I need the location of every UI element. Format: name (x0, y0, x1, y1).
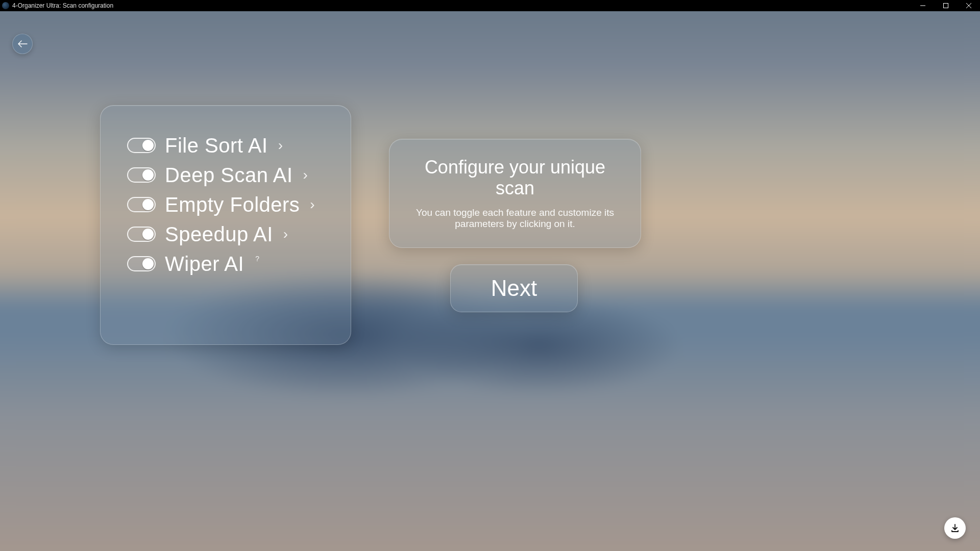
arrow-left-icon (17, 40, 28, 47)
download-icon (950, 523, 960, 533)
window-maximize-button[interactable] (934, 0, 957, 11)
feature-label: Speedup AI (165, 224, 273, 244)
feature-speedup-ai[interactable]: Speedup AI › (127, 224, 330, 244)
features-card: File Sort AI › Deep Scan AI › Empty Fold… (100, 105, 351, 345)
back-button[interactable] (12, 34, 33, 54)
svg-rect-0 (943, 4, 948, 8)
toggle-speedup-ai[interactable] (127, 227, 156, 242)
feature-label: Wiper AI (165, 254, 244, 274)
window-title: 4-Organizer Ultra: Scan configuration (12, 2, 113, 9)
chevron-right-icon: › (303, 167, 308, 183)
window-minimize-button[interactable] (911, 0, 934, 11)
chevron-right-icon: › (283, 226, 288, 242)
chevron-right-icon: › (310, 196, 314, 213)
window-close-button[interactable] (957, 0, 980, 11)
info-title: Configure your unique scan (412, 157, 618, 199)
info-card: Configure your unique scan You can toggl… (389, 139, 641, 248)
feature-wiper-ai[interactable]: Wiper AI ? (127, 254, 330, 274)
next-button[interactable]: Next (450, 264, 578, 312)
toggle-empty-folders[interactable] (127, 197, 156, 212)
toggle-wiper-ai[interactable] (127, 256, 156, 271)
window-titlebar: 4-Organizer Ultra: Scan configuration (0, 0, 980, 11)
download-button[interactable] (944, 517, 966, 539)
feature-empty-folders[interactable]: Empty Folders › (127, 194, 330, 215)
chevron-right-icon: › (278, 137, 283, 154)
help-icon[interactable]: ? (255, 255, 259, 263)
feature-deep-scan-ai[interactable]: Deep Scan AI › (127, 165, 330, 185)
feature-label: File Sort AI (165, 135, 268, 156)
next-button-label: Next (491, 276, 537, 301)
app-icon (2, 2, 9, 9)
feature-label: Empty Folders (165, 194, 300, 215)
toggle-deep-scan-ai[interactable] (127, 167, 156, 183)
toggle-file-sort-ai[interactable] (127, 138, 156, 153)
feature-file-sort-ai[interactable]: File Sort AI › (127, 135, 330, 156)
feature-label: Deep Scan AI (165, 165, 293, 185)
info-subtitle: You can toggle each feature and customiz… (412, 207, 618, 230)
